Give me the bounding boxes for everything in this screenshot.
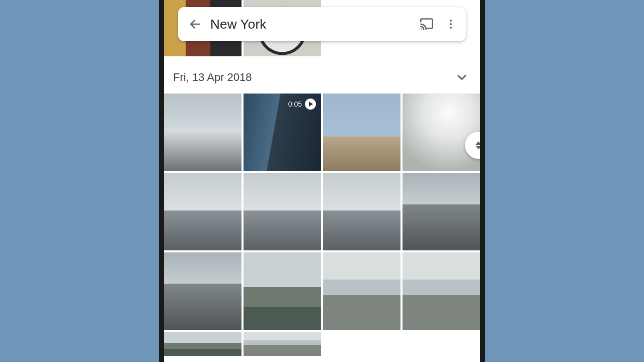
photo-thumbnail[interactable] <box>164 332 242 356</box>
chevron-down-icon[interactable] <box>453 68 471 86</box>
video-thumbnail[interactable]: 0:05 <box>244 94 321 171</box>
photo-grid: 0:05 <box>164 94 480 330</box>
search-bar[interactable]: New York <box>178 7 466 41</box>
photo-thumbnail[interactable] <box>164 252 242 330</box>
phone-screen: New York Fri, 13 Apr 2018 0:05 <box>159 0 485 362</box>
empty-cell <box>323 332 400 356</box>
photo-thumbnail[interactable] <box>403 94 480 171</box>
video-badge: 0:05 <box>288 99 316 110</box>
photo-thumbnail[interactable] <box>323 94 400 171</box>
svg-point-4 <box>450 27 452 29</box>
photo-thumbnail[interactable] <box>244 332 321 356</box>
search-title: New York <box>207 17 415 32</box>
back-arrow-icon[interactable] <box>183 12 207 36</box>
photo-thumbnail[interactable] <box>403 252 480 330</box>
more-vert-icon[interactable] <box>439 12 463 36</box>
photo-thumbnail[interactable] <box>244 252 321 330</box>
photo-thumbnail[interactable] <box>164 173 242 250</box>
partial-row <box>164 332 480 356</box>
svg-point-3 <box>450 23 452 25</box>
video-duration: 0:05 <box>288 100 302 108</box>
photo-thumbnail[interactable] <box>244 173 321 250</box>
empty-cell <box>403 332 480 356</box>
photo-thumbnail[interactable] <box>323 252 400 330</box>
date-group-header: Fri, 13 Apr 2018 <box>164 56 480 94</box>
group-date-label: Fri, 13 Apr 2018 <box>173 71 252 84</box>
svg-point-1 <box>421 28 422 29</box>
cast-icon[interactable] <box>415 12 439 36</box>
photo-thumbnail[interactable] <box>323 173 400 250</box>
play-icon <box>305 99 316 110</box>
photo-thumbnail[interactable] <box>164 94 242 171</box>
svg-point-2 <box>450 20 452 22</box>
photo-thumbnail[interactable] <box>403 173 480 250</box>
